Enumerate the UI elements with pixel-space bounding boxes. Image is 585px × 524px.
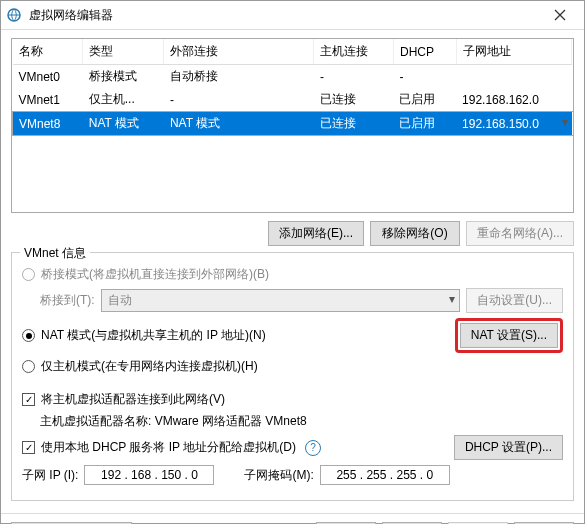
app-icon — [5, 6, 23, 24]
cell-type: 桥接模式 — [83, 65, 164, 89]
add-network-button[interactable]: 添加网络(E)... — [268, 221, 364, 246]
col-name[interactable]: 名称 — [13, 39, 83, 65]
col-type[interactable]: 类型 — [83, 39, 164, 65]
dialog-window: 虚拟网络编辑器 名称 类型 外部连接 主机连接 DHCP 子网地址 VMnet0… — [0, 0, 585, 524]
dhcp-settings-button[interactable]: DHCP 设置(P)... — [454, 435, 563, 460]
bridge-to-select: 自动 — [101, 289, 461, 312]
vmnet-info-group: VMnet 信息 桥接模式(将虚拟机直接连接到外部网络)(B) 桥接到(T): … — [11, 252, 574, 501]
bridge-to-label: 桥接到(T): — [40, 292, 95, 309]
help-icon[interactable]: ? — [305, 440, 321, 456]
bridged-label: 桥接模式(将虚拟机直接连接到外部网络)(B) — [41, 266, 269, 283]
nat-radio-row[interactable]: NAT 模式(与虚拟机共享主机的 IP 地址)(N) NAT 设置(S)... — [22, 318, 563, 353]
use-dhcp-row[interactable]: 使用本地 DHCP 服务将 IP 地址分配给虚拟机(D) ? DHCP 设置(P… — [22, 435, 563, 460]
nat-label: NAT 模式(与虚拟机共享主机的 IP 地址)(N) — [41, 327, 266, 344]
vmnet-info-legend: VMnet 信息 — [20, 245, 90, 262]
cell-name: VMnet0 — [13, 65, 83, 89]
window-title: 虚拟网络编辑器 — [29, 7, 540, 24]
table-row[interactable]: VMnet8NAT 模式NAT 模式已连接已启用192.168.150.0 — [13, 112, 573, 136]
cell-subnet: 192.168.162.0 — [456, 88, 572, 112]
connect-host-label: 将主机虚拟适配器连接到此网络(V) — [41, 391, 225, 408]
nat-radio[interactable] — [22, 329, 35, 342]
cell-host: 已连接 — [314, 88, 394, 112]
subnet-ip-label: 子网 IP (I): — [22, 467, 78, 484]
subnet-mask-label: 子网掩码(M): — [244, 467, 313, 484]
cell-ext: - — [164, 88, 314, 112]
col-subnet[interactable]: 子网地址 — [456, 39, 572, 65]
subnet-row: 子网 IP (I): 192 . 168 . 150 . 0 子网掩码(M): … — [22, 465, 563, 485]
close-button[interactable] — [540, 1, 580, 29]
nat-settings-highlight: NAT 设置(S)... — [455, 318, 563, 353]
hostonly-radio-row[interactable]: 仅主机模式(在专用网络内连接虚拟机)(H) — [22, 358, 563, 375]
col-dhcp[interactable]: DHCP — [393, 39, 456, 65]
subnet-ip-input[interactable]: 192 . 168 . 150 . 0 — [84, 465, 214, 485]
table-row[interactable]: VMnet0桥接模式自动桥接-- — [13, 65, 573, 89]
bridged-radio-row[interactable]: 桥接模式(将虚拟机直接连接到外部网络)(B) — [22, 266, 563, 283]
remove-network-button[interactable]: 移除网络(O) — [370, 221, 460, 246]
adapter-name-row: 主机虚拟适配器名称: VMware 网络适配器 VMnet8 — [40, 413, 563, 430]
cell-name: VMnet1 — [13, 88, 83, 112]
cell-host: 已连接 — [314, 112, 394, 136]
cell-ext: NAT 模式 — [164, 112, 314, 136]
cell-type: NAT 模式 — [83, 112, 164, 136]
footer: 还原默认设置(R)... 确定 取消 应用 帮助 — [1, 513, 584, 524]
col-ext[interactable]: 外部连接 — [164, 39, 314, 65]
titlebar: 虚拟网络编辑器 — [1, 1, 584, 30]
hostonly-label: 仅主机模式(在专用网络内连接虚拟机)(H) — [41, 358, 258, 375]
table-row[interactable]: VMnet1仅主机...-已连接已启用192.168.162.0 — [13, 88, 573, 112]
adapter-name-text: 主机虚拟适配器名称: VMware 网络适配器 VMnet8 — [40, 413, 307, 430]
cell-dhcp: 已启用 — [393, 112, 456, 136]
table-buttons: 添加网络(E)... 移除网络(O) 重命名网络(A)... — [11, 221, 574, 246]
hostonly-radio[interactable] — [22, 360, 35, 373]
bridged-radio — [22, 268, 35, 281]
network-table[interactable]: 名称 类型 外部连接 主机连接 DHCP 子网地址 VMnet0桥接模式自动桥接… — [11, 38, 574, 213]
cell-dhcp: 已启用 — [393, 88, 456, 112]
connect-host-row[interactable]: 将主机虚拟适配器连接到此网络(V) — [22, 391, 563, 408]
cell-host: - — [314, 65, 394, 89]
rename-network-button: 重命名网络(A)... — [466, 221, 574, 246]
cell-ext: 自动桥接 — [164, 65, 314, 89]
use-dhcp-label: 使用本地 DHCP 服务将 IP 地址分配给虚拟机(D) — [41, 439, 296, 456]
auto-settings-button: 自动设置(U)... — [466, 288, 563, 313]
connect-host-checkbox[interactable] — [22, 393, 35, 406]
cell-subnet — [456, 65, 572, 89]
use-dhcp-checkbox[interactable] — [22, 441, 35, 454]
nat-settings-button[interactable]: NAT 设置(S)... — [460, 323, 558, 348]
cell-dhcp: - — [393, 65, 456, 89]
subnet-mask-input[interactable]: 255 . 255 . 255 . 0 — [320, 465, 450, 485]
bridge-to-row: 桥接到(T): 自动 自动设置(U)... — [40, 288, 563, 313]
cell-type: 仅主机... — [83, 88, 164, 112]
col-host[interactable]: 主机连接 — [314, 39, 394, 65]
content-area: 名称 类型 外部连接 主机连接 DHCP 子网地址 VMnet0桥接模式自动桥接… — [1, 30, 584, 513]
cell-subnet: 192.168.150.0 — [456, 112, 572, 136]
cell-name: VMnet8 — [13, 112, 83, 136]
